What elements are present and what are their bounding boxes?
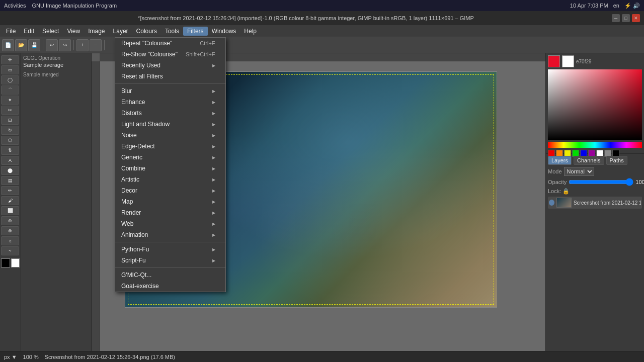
menu-animation[interactable]: Animation bbox=[115, 229, 225, 240]
menu-help[interactable]: Help bbox=[240, 27, 261, 36]
bg-color[interactable] bbox=[11, 258, 20, 267]
unit-select[interactable]: px ▼ bbox=[4, 354, 17, 360]
tool-move[interactable]: ✛ bbox=[1, 55, 19, 64]
tool-rect-select[interactable]: ▭ bbox=[1, 65, 19, 74]
menu-image[interactable]: Image bbox=[84, 27, 109, 36]
menu-filters[interactable]: Filters bbox=[183, 27, 208, 36]
fg-color[interactable] bbox=[1, 258, 10, 267]
color-hue-bar[interactable] bbox=[548, 142, 642, 148]
menu-noise[interactable]: Noise bbox=[115, 130, 225, 141]
tb-zoom-out[interactable]: − bbox=[90, 39, 102, 51]
mode-select[interactable]: Normal bbox=[564, 167, 594, 176]
menu-windows[interactable]: Windows bbox=[208, 27, 240, 36]
menu-repeat-colourise[interactable]: Repeat "Colourise" Ctrl+F bbox=[115, 38, 225, 49]
distorts-label: Distorts bbox=[121, 110, 142, 117]
menu-render[interactable]: Render bbox=[115, 207, 225, 218]
tool-crop[interactable]: ⊡ bbox=[1, 116, 19, 125]
menu-python-fu[interactable]: Python-Fu bbox=[115, 244, 225, 255]
tool-flip[interactable]: ⇅ bbox=[1, 146, 19, 155]
menu-combine[interactable]: Combine bbox=[115, 163, 225, 174]
tool-text[interactable]: A bbox=[1, 156, 19, 165]
menu-recently-used[interactable]: Recently Used bbox=[115, 60, 225, 71]
menu-reshow-colourise[interactable]: Re-Show "Colourise" Shift+Ctrl+F bbox=[115, 49, 225, 60]
tool-gradient[interactable]: ▤ bbox=[1, 176, 19, 185]
menu-goat[interactable]: Goat-exercise bbox=[115, 281, 225, 292]
menu-edit[interactable]: Edit bbox=[20, 27, 38, 36]
color-gradient[interactable] bbox=[548, 69, 642, 140]
tool-lasso[interactable]: ⌒ bbox=[1, 85, 19, 95]
tool-ellipse[interactable]: ◯ bbox=[1, 75, 19, 84]
menu-web[interactable]: Web bbox=[115, 218, 225, 229]
enhance-label: Enhance bbox=[121, 99, 145, 106]
tb-new[interactable]: 📄 bbox=[2, 39, 14, 51]
activities-label[interactable]: Activities bbox=[4, 3, 26, 9]
menu-gmic[interactable]: G'MIC-Qt... bbox=[115, 269, 225, 281]
fg-swatch[interactable] bbox=[548, 55, 560, 67]
tool-smudge[interactable]: ~ bbox=[1, 246, 19, 255]
tool-eraser[interactable]: ⬜ bbox=[1, 206, 19, 215]
color-tools-row: e70f29 bbox=[548, 55, 642, 67]
menu-select[interactable]: Select bbox=[38, 27, 63, 36]
close-button[interactable]: ✕ bbox=[632, 14, 640, 22]
menu-reset-filters[interactable]: Reset all Filters bbox=[115, 71, 225, 82]
gegl-value: Sample average bbox=[23, 62, 89, 68]
filename-status: Screenshot from 2021-02-12 15:26-34.png … bbox=[45, 354, 175, 360]
tool-perspective[interactable]: ⬡ bbox=[1, 136, 19, 145]
system-bar: Activities GNU Image Manipulation Progra… bbox=[0, 0, 644, 11]
tb-sep3 bbox=[104, 40, 105, 50]
tool-pencil[interactable]: ✏ bbox=[1, 186, 19, 195]
main-area: ✛ ▭ ◯ ⌒ ✦ ✂ ⊡ ↻ ⬡ ⇅ A ⬤ ▤ ✏ 🖌 ⬜ ⊕ ⊗ ☼ ~ … bbox=[0, 53, 644, 351]
tb-undo[interactable]: ↩ bbox=[46, 39, 58, 51]
menu-generic[interactable]: Generic bbox=[115, 152, 225, 163]
animation-label: Animation bbox=[121, 231, 148, 238]
layer-visibility[interactable] bbox=[549, 200, 554, 206]
separator-1 bbox=[115, 83, 225, 84]
title-bar: *[screenshot from 2021-02-12 15:26:34] (… bbox=[0, 11, 644, 25]
toolbar: 📄 📂 💾 ↩ ↪ + − bbox=[0, 37, 644, 53]
script-fu-label: Script-Fu bbox=[121, 257, 146, 264]
menu-tools[interactable]: Tools bbox=[161, 27, 183, 36]
reshow-colourise-shortcut: Shift+Ctrl+F bbox=[186, 51, 215, 57]
menu-script-fu[interactable]: Script-Fu bbox=[115, 255, 225, 266]
tb-open[interactable]: 📂 bbox=[15, 39, 27, 51]
tool-scissors[interactable]: ✂ bbox=[1, 106, 19, 115]
menu-edge-detect[interactable]: Edge-Detect bbox=[115, 141, 225, 152]
left-sidebar-options: GEGL Operation Sample average Sample mer… bbox=[21, 53, 92, 351]
menu-distorts[interactable]: Distorts bbox=[115, 108, 225, 119]
lock-btn[interactable]: 🔒 bbox=[562, 188, 570, 194]
bg-swatch[interactable] bbox=[562, 55, 574, 67]
layer-name: Screenshot from 2021-02-12 15- bbox=[574, 200, 641, 206]
tb-redo[interactable]: ↪ bbox=[59, 39, 71, 51]
tb-save[interactable]: 💾 bbox=[28, 39, 40, 51]
tool-clone[interactable]: ⊕ bbox=[1, 216, 19, 225]
menu-enhance[interactable]: Enhance bbox=[115, 97, 225, 108]
python-fu-label: Python-Fu bbox=[121, 246, 149, 253]
tool-dodge[interactable]: ☼ bbox=[1, 236, 19, 245]
menu-artistic[interactable]: Artistic bbox=[115, 174, 225, 185]
layer-item[interactable]: Screenshot from 2021-02-12 15- bbox=[548, 197, 642, 209]
tool-brush[interactable]: 🖌 bbox=[1, 196, 19, 205]
menu-map[interactable]: Map bbox=[115, 196, 225, 207]
minimize-button[interactable]: ─ bbox=[612, 14, 620, 22]
tool-bucket[interactable]: ⬤ bbox=[1, 166, 19, 175]
sample-section: Sample merged bbox=[23, 72, 89, 77]
tool-heal[interactable]: ⊗ bbox=[1, 226, 19, 235]
tool-rotate[interactable]: ↻ bbox=[1, 126, 19, 135]
tab-paths[interactable]: Paths bbox=[606, 156, 627, 165]
recently-used-label: Recently Used bbox=[121, 62, 160, 69]
tool-fuzzy[interactable]: ✦ bbox=[1, 96, 19, 105]
tab-channels[interactable]: Channels bbox=[574, 156, 604, 165]
menu-blur[interactable]: Blur bbox=[115, 85, 225, 97]
menu-view[interactable]: View bbox=[63, 27, 84, 36]
menu-light-shadow[interactable]: Light and Shadow bbox=[115, 119, 225, 130]
menu-bar: File Edit Select View Image Layer Colour… bbox=[0, 25, 644, 37]
opacity-slider[interactable] bbox=[569, 178, 633, 186]
opacity-value: 100.0 bbox=[635, 179, 644, 185]
menu-layer[interactable]: Layer bbox=[109, 27, 132, 36]
tab-layers[interactable]: Layers bbox=[548, 156, 572, 165]
maximize-button[interactable]: □ bbox=[622, 14, 630, 22]
menu-decor[interactable]: Decor bbox=[115, 185, 225, 196]
menu-colours[interactable]: Colours bbox=[132, 27, 161, 36]
tb-zoom-in[interactable]: + bbox=[76, 39, 89, 51]
menu-file[interactable]: File bbox=[2, 27, 20, 36]
